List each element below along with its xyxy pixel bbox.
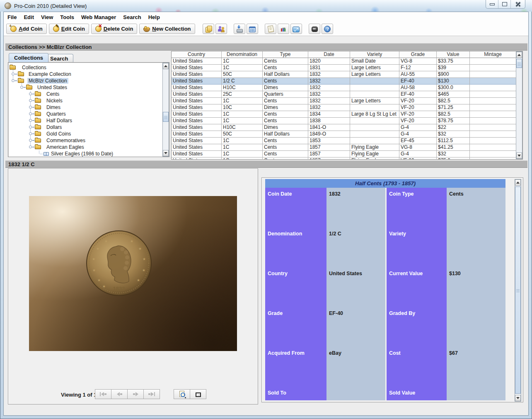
table-row[interactable]: United States50CHalf Dollars1832Large Le… [172, 71, 516, 78]
table-row[interactable]: United States1/2 CCents1832EF-40$130 [172, 78, 516, 85]
next-record-button[interactable] [127, 389, 144, 399]
field-label-denomination: Denomination [268, 231, 302, 237]
menu-search[interactable]: Search [123, 14, 141, 20]
menu-view[interactable]: View [41, 14, 53, 20]
column-header-denomination[interactable]: Denomination [222, 51, 263, 58]
table-row[interactable]: United States1CCents1857Flying EagleVF-2… [172, 157, 516, 160]
maximize-button[interactable] [498, 0, 511, 8]
scroll-down-icon[interactable] [516, 153, 522, 159]
selected-coin-bar: 1832 1/2 C [5, 160, 527, 168]
folder-icon [18, 79, 24, 83]
table-row[interactable]: United States1CCents1831Large LettersF-1… [172, 65, 516, 71]
tree-item-dimes[interactable]: Dimes [8, 104, 162, 111]
last-record-button[interactable] [143, 389, 160, 399]
crop-image-button[interactable] [190, 389, 206, 399]
tree-item-gold-coins[interactable]: Gold Coins [8, 131, 162, 137]
button-label: Edit Coin [61, 26, 85, 32]
column-header-country[interactable]: Country [172, 51, 222, 58]
table-cell: 1832 [308, 78, 350, 85]
import-button[interactable] [234, 24, 245, 34]
scroll-thumb[interactable] [163, 112, 169, 122]
tree-item-mcblzr-collection[interactable]: McBlzr Collection [8, 78, 162, 84]
details-band [447, 188, 505, 400]
tree-item-label: Dollars [45, 124, 63, 130]
calendar-button[interactable] [247, 24, 258, 34]
tree-item-commemoratives[interactable]: Commemoratives [8, 137, 162, 144]
menu-file[interactable]: File [7, 14, 17, 20]
scroll-up-icon[interactable] [516, 52, 522, 58]
table-row[interactable]: United States10CDimes1832VF-20$71.25 [172, 104, 516, 111]
table-row[interactable]: United States50CHalf Dollars1849-OG-4$32 [172, 131, 516, 138]
copy-coins-button[interactable] [203, 24, 214, 34]
tree-item-half-dollars[interactable]: Half Dollars [8, 117, 162, 124]
table-row[interactable]: United States1CCents1834Large 8 Lg St Lg… [172, 111, 516, 118]
table-row[interactable]: United States1CCents1820Small DateVG-8$3… [172, 58, 516, 65]
table-cell: United States [172, 65, 222, 71]
table-row[interactable]: United States1CCents1838VF-20$78.75 [172, 118, 516, 124]
help-button[interactable] [322, 24, 333, 34]
column-header-type[interactable]: Type [263, 51, 308, 58]
table-row[interactable]: United StatesH10CDimes1832AU-58$300.0 [172, 85, 516, 91]
tree-item-united-states[interactable]: United States [8, 84, 162, 91]
folder-icon [35, 92, 41, 96]
scroll-down-icon[interactable] [163, 150, 169, 156]
crop-icon [195, 391, 201, 397]
minimize-button[interactable] [486, 0, 498, 8]
scroll-up-icon[interactable] [163, 63, 169, 69]
table-scrollbar[interactable] [516, 51, 522, 159]
new-collection-button[interactable]: New Collection [139, 24, 195, 34]
svg-text:★: ★ [142, 268, 145, 272]
table-cell [470, 144, 516, 151]
menu-edit[interactable]: Edit [24, 14, 34, 20]
table-row[interactable]: United States1CCents1857Flying EagleVG-8… [172, 144, 516, 151]
table-cell: 1857 [308, 151, 350, 157]
table-row[interactable]: United States1CCents1857Flying EagleG-4$… [172, 151, 516, 157]
edit-coin-button[interactable]: Edit Coin [49, 24, 89, 34]
scroll-up-icon[interactable] [515, 179, 521, 186]
column-header-variety[interactable]: Variety [350, 51, 399, 58]
menu-tools[interactable]: Tools [60, 14, 74, 20]
column-header-mintage[interactable]: Mintage [470, 51, 516, 58]
tree-item-nickels[interactable]: Nickels [8, 97, 162, 104]
bar-chart-button[interactable] [278, 24, 289, 34]
previous-record-button[interactable] [111, 389, 128, 399]
table-row[interactable]: United States1CCents1853EF-45$112.5 [172, 138, 516, 144]
tree-scrollbar[interactable] [162, 63, 169, 157]
tree-item-dollars[interactable]: Dollars [8, 124, 162, 131]
tree-item-cents[interactable]: Cents [8, 91, 162, 97]
add-coin-button[interactable]: Add Coin [6, 24, 47, 34]
tree-item-silver-eagles-1986-to-date[interactable]: Silver Eagles (1986 to Date) [8, 150, 162, 157]
report-button[interactable] [265, 24, 276, 34]
tree-item-example-collection[interactable]: Example Collection [8, 71, 162, 78]
column-header-date[interactable]: Date [308, 51, 350, 58]
trends-button[interactable] [290, 24, 302, 34]
tree-item-american-eagles[interactable]: American Eagles [8, 144, 162, 150]
svg-text:★: ★ [137, 278, 140, 282]
first-record-button[interactable] [95, 389, 111, 399]
preview-image-button[interactable] [174, 389, 190, 399]
table-row[interactable]: United States25CQuarters1832EF-40$465 [172, 91, 516, 98]
table-row[interactable]: United StatesH10CDimes1841-OG-4$22 [172, 124, 516, 131]
tree-item-label: Silver Eagles (1986 to Date) [50, 151, 114, 157]
tab-search[interactable]: Search [45, 54, 73, 62]
tree-item-quarters[interactable]: Quarters [8, 111, 162, 117]
close-button[interactable] [511, 0, 525, 8]
details-scrollbar[interactable] [515, 179, 521, 402]
column-header-value[interactable]: Value [437, 51, 470, 58]
print-button[interactable] [309, 24, 320, 34]
coin-basket-icon [143, 28, 150, 32]
delete-coin-button[interactable]: Delete Coin [91, 24, 138, 34]
scroll-thumb[interactable] [515, 186, 521, 394]
scroll-down-icon[interactable] [515, 395, 521, 401]
tree-item-label: American Eagles [45, 144, 85, 150]
menu-help[interactable]: Help [148, 14, 160, 20]
coin-photo: ★★★ ★★★ ★★★ ★★ 1832 [29, 196, 237, 351]
tab-collections[interactable]: Collections [9, 53, 48, 62]
table-cell: United States [172, 157, 222, 160]
scroll-thumb[interactable] [516, 59, 522, 68]
menu-web-manager[interactable]: Web Manager [81, 14, 116, 20]
table-row[interactable]: United States1CCents1832Large LettersVF-… [172, 98, 516, 104]
tree-item-collections[interactable]: Collections [8, 64, 162, 71]
column-header-grade[interactable]: Grade [399, 51, 437, 58]
manage-users-button[interactable] [215, 24, 227, 34]
